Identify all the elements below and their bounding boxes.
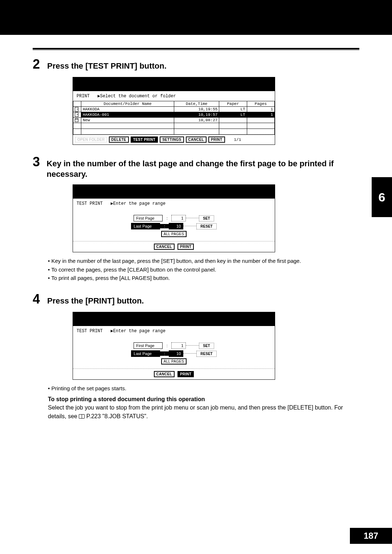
form-body: First Page : 1 SET Last Page : 10 RESET … [73, 336, 275, 368]
page-number: 187 [350, 528, 392, 544]
first-page-row: First Page : 1 SET [77, 342, 271, 349]
first-page-label: First Page [134, 215, 163, 221]
cell-pages: 1 [247, 107, 274, 112]
last-page-value[interactable]: 10 [169, 350, 183, 357]
connector-line [183, 353, 196, 354]
last-page-label: Last Page [131, 223, 160, 229]
first-page-label: First Page [134, 342, 163, 349]
table-row [73, 123, 275, 129]
col-pages: Pages [247, 101, 274, 107]
folder-icon [75, 118, 78, 122]
screen-prompt: TEST PRINT ▶Enter the page range [73, 199, 275, 208]
prompt-mode: PRINT [77, 94, 90, 99]
note-item: To print all pages, press the [ALL PAGES… [48, 274, 359, 282]
print-button[interactable]: PRINT [177, 244, 194, 250]
print-button[interactable]: PRINT [208, 137, 225, 143]
page-indicator: 1/1 [234, 138, 241, 142]
last-page-value[interactable]: 10 [169, 223, 183, 229]
cell-name: HAKKODA [81, 107, 174, 112]
step-3-notes: Key in the number of the last page, pres… [48, 257, 359, 282]
prompt-text: ▶Enter the page range [111, 329, 166, 334]
colon: : [160, 224, 169, 228]
prompt-mode: TEST PRINT [77, 329, 103, 334]
screen-prompt: PRINT ▶Select the document or folder [73, 91, 275, 101]
last-page-label: Last Page [131, 350, 160, 357]
step-number: 4 [33, 292, 43, 307]
note-item: Key in the number of the last page, pres… [48, 257, 359, 265]
first-page-row: First Page : 1 SET [77, 215, 271, 221]
cell-paper: LT [219, 112, 247, 118]
note-item: Printing of the set pages starts. [48, 384, 359, 392]
test-print-screen: TEST PRINT ▶Enter the page range First P… [73, 184, 275, 252]
last-page-row: Last Page : 10 RESET [77, 350, 271, 357]
section-rule [33, 48, 359, 50]
chapter-tab: 6 [372, 177, 392, 217]
cancel-button[interactable]: CANCEL [186, 137, 207, 143]
cell-date: 10,19:55 [174, 107, 219, 112]
table-row[interactable]: HAKKODA 10,19:55 LT 1 [73, 107, 275, 112]
step-2: 2 Press the [TEST PRINT] button. PRINT ▶… [33, 57, 359, 145]
cell-paper [219, 118, 247, 123]
form-body: First Page : 1 SET Last Page : 10 RESET … [73, 208, 275, 241]
step-3: 3 Key in the number of the last page and… [33, 154, 359, 282]
book-icon [79, 414, 85, 419]
prompt-text: ▶Enter the page range [111, 201, 166, 206]
cell-name: New [81, 118, 174, 123]
stop-body: Select the job you want to stop from the… [48, 403, 359, 420]
prompt-text: ▶Select the document or folder [98, 94, 176, 99]
step-number: 2 [33, 57, 43, 72]
first-page-value[interactable]: 1 [171, 215, 186, 221]
settings-button[interactable]: SETTINGS [160, 137, 184, 143]
step-number: 3 [33, 154, 42, 170]
last-page-row: Last Page : 10 RESET [77, 223, 271, 229]
step-title: Key in the number of the last page and c… [47, 159, 359, 179]
step-title: Press the [PRINT] button. [47, 296, 144, 306]
col-icon [73, 101, 81, 107]
set-button[interactable]: SET [199, 343, 214, 349]
col-paper: Paper [219, 101, 247, 107]
stop-heading: To stop printing a stored document durin… [48, 396, 359, 403]
connector-line [183, 226, 196, 226]
all-pages-button[interactable]: ALL PAGES [161, 358, 187, 364]
reset-button[interactable]: RESET [196, 351, 216, 357]
cell-pages [247, 118, 274, 123]
note-item: To correct the pages, press the [CLEAR] … [48, 265, 359, 274]
first-page-value[interactable]: 1 [171, 342, 186, 349]
bottom-button-row: CANCEL PRINT [73, 368, 275, 379]
bottom-button-row: CANCEL PRINT [73, 241, 275, 252]
colon: : [163, 343, 171, 348]
table-row[interactable]: HAKKODA-001 10,19:57 LT 1 [73, 112, 275, 118]
colon: : [163, 216, 171, 220]
col-name: Document/Folder Name [81, 101, 174, 107]
cell-paper: LT [219, 107, 247, 112]
document-icon [75, 107, 78, 111]
prompt-mode: TEST PRINT [77, 201, 103, 206]
delete-button[interactable]: DELETE [109, 137, 129, 143]
test-print-button[interactable]: TEST PRINT [131, 137, 158, 143]
screen-header-bar [73, 185, 275, 199]
colon: : [160, 351, 169, 356]
cell-date: 10,08:27 [174, 118, 219, 123]
step-4-notes: Printing of the set pages starts. [48, 384, 359, 392]
screen-header-bar [73, 77, 275, 91]
cell-name: HAKKODA-001 [81, 112, 174, 118]
cell-date: 10,19:57 [174, 112, 219, 118]
button-row: OPEN FOLDER DELETE TEST PRINT SETTINGS C… [73, 135, 275, 144]
all-pages-button[interactable]: ALL PAGES [161, 231, 187, 237]
screen-prompt: TEST PRINT ▶Enter the page range [73, 326, 275, 336]
step-4: 4 Press the [PRINT] button. TEST PRINT ▶… [33, 292, 359, 420]
cell-pages: 1 [247, 112, 274, 118]
page-content: 2 Press the [TEST PRINT] button. PRINT ▶… [33, 57, 359, 420]
table-row[interactable]: New 10,08:27 [73, 118, 275, 123]
col-date: Date,Time [174, 101, 219, 107]
cancel-button[interactable]: CANCEL [154, 371, 175, 377]
document-icon [75, 113, 78, 117]
set-button[interactable]: SET [199, 215, 214, 221]
cancel-button[interactable]: CANCEL [154, 244, 175, 250]
screen-header-bar [73, 312, 275, 326]
step-title: Press the [TEST PRINT] button. [47, 61, 167, 72]
test-print-screen-2: TEST PRINT ▶Enter the page range First P… [73, 312, 275, 380]
reset-button[interactable]: RESET [196, 223, 216, 229]
print-button[interactable]: PRINT [177, 371, 194, 377]
open-folder-button[interactable]: OPEN FOLDER [75, 137, 107, 142]
